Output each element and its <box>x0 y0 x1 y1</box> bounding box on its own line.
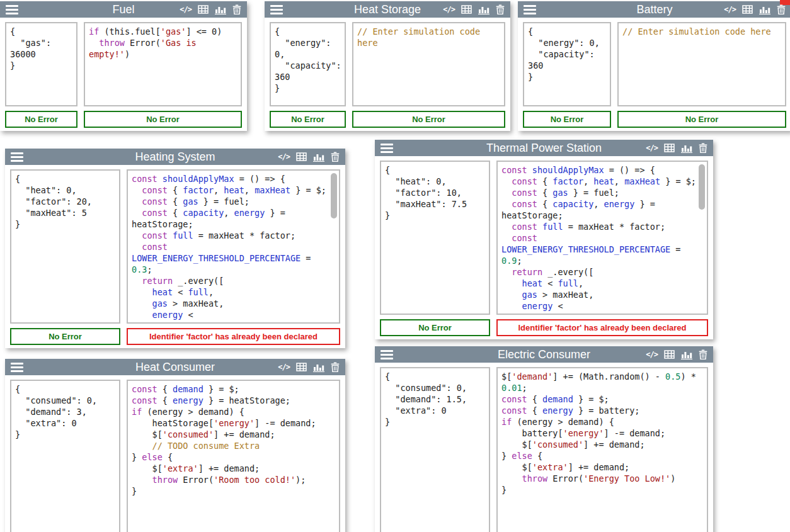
component-panel: Heat Consumer </> <box>5 359 345 532</box>
menu-icon[interactable] <box>270 5 283 14</box>
code-status-badge: No Error <box>84 111 242 128</box>
code-view-icon[interactable]: </> <box>278 363 290 371</box>
status-row: No Error Identifier 'factor' has already… <box>380 319 708 336</box>
code-view-icon[interactable]: </> <box>443 6 455 13</box>
code-editor-wrap: const { demand } = $;const { energy } = … <box>127 380 340 532</box>
code-editor[interactable]: // Enter simulation code here <box>617 22 786 106</box>
table-view-icon[interactable] <box>664 350 675 359</box>
table-view-icon[interactable] <box>664 144 675 152</box>
code-editor-wrap: $['demand'] += (Math.random() - 0.5) *0.… <box>496 367 708 532</box>
state-editor[interactable]: { "heat": 0, "factor": 10, "maxHeat": 7.… <box>380 161 490 315</box>
table-view-icon[interactable] <box>461 5 472 14</box>
chart-view-icon[interactable] <box>313 152 324 162</box>
code-editor-wrap: // Enter simulation codehere <box>352 22 505 106</box>
titlebar-actions: </> <box>646 143 707 153</box>
state-status-badge: No Error <box>5 111 77 128</box>
panel-titlebar: Fuel </> <box>0 1 247 18</box>
code-editor[interactable]: const shouldApplyMax = () => { const { f… <box>127 169 340 324</box>
titlebar-actions: </> <box>646 349 707 359</box>
panel-body: { "energy": 0, "capacity": 360 } // Ente… <box>270 22 505 106</box>
menu-icon[interactable] <box>381 144 393 153</box>
titlebar-actions: </> <box>278 362 340 372</box>
menu-icon[interactable] <box>11 152 23 162</box>
panel-titlebar: Thermal Power Station </> <box>375 140 713 156</box>
trash-icon[interactable] <box>496 4 505 14</box>
component-panel: Thermal Power Station </> <box>375 140 713 339</box>
trash-icon[interactable] <box>331 152 340 162</box>
code-editor[interactable]: if (this.fuel['gas'] <= 0) throw Error('… <box>84 22 242 106</box>
state-status-badge: No Error <box>270 111 346 128</box>
titlebar-actions: </> <box>180 4 241 14</box>
panel-titlebar: Heating System </> <box>5 149 345 165</box>
trash-icon[interactable] <box>699 143 707 153</box>
state-editor[interactable]: { "consumed": 0, "demand": 3, "extra": 0… <box>10 380 120 532</box>
menu-icon[interactable] <box>6 5 18 14</box>
chart-view-icon[interactable] <box>759 5 770 14</box>
panel-body: { "energy": 0, "capacity": 360 } // Ente… <box>523 22 786 106</box>
code-editor[interactable]: const { demand } = $;const { energy } = … <box>127 380 340 532</box>
code-editor-wrap: const shouldApplyMax = () => { const { f… <box>496 161 708 315</box>
status-row: No Error Identifier 'factor' has already… <box>10 328 340 345</box>
status-row: No Error No Error <box>5 111 242 128</box>
code-scrollbar-thumb[interactable] <box>699 164 705 210</box>
table-view-icon[interactable] <box>296 363 307 371</box>
table-view-icon[interactable] <box>296 152 307 161</box>
component-panel: Heating System </> <box>5 149 345 348</box>
table-view-icon[interactable] <box>198 5 209 14</box>
code-view-icon[interactable]: </> <box>180 6 192 13</box>
chart-view-icon[interactable] <box>313 363 324 372</box>
panel-titlebar: Battery </> <box>518 1 790 18</box>
chart-view-icon[interactable] <box>478 5 489 14</box>
status-row: No Error No Error <box>523 111 786 128</box>
panel-titlebar: Electric Consumer </> <box>375 346 713 363</box>
state-editor[interactable]: { "energy": 0, "capacity": 360 } <box>270 22 346 106</box>
component-panel: Electric Consumer </> <box>375 346 713 532</box>
component-panel: Fuel </> <box>0 1 247 131</box>
panel-body: { "consumed": 0, "demand": 3, "extra": 0… <box>10 380 340 532</box>
code-scrollbar-thumb[interactable] <box>331 173 337 218</box>
code-view-icon[interactable]: </> <box>646 144 658 152</box>
panel-body: { "heat": 0, "factor": 10, "maxHeat": 7.… <box>380 161 708 315</box>
state-editor[interactable]: { "energy": 0, "capacity": 360 } <box>523 22 611 106</box>
state-editor[interactable]: { "gas": 36000 } <box>5 22 77 106</box>
code-editor-wrap: const shouldApplyMax = () => { const { f… <box>127 169 340 324</box>
code-status-badge: Identifier 'factor' has already been dec… <box>496 319 708 336</box>
trash-icon[interactable] <box>232 4 241 14</box>
state-status-badge: No Error <box>380 319 490 336</box>
code-view-icon[interactable]: </> <box>724 6 736 13</box>
menu-icon[interactable] <box>11 363 23 372</box>
panel-body: { "heat": 0, "factor": 20, "maxHeat": 5 … <box>10 169 340 324</box>
trash-icon[interactable] <box>699 349 707 359</box>
chart-view-icon[interactable] <box>681 144 692 153</box>
status-row: No Error No Error <box>270 111 505 128</box>
state-editor[interactable]: { "heat": 0, "factor": 20, "maxHeat": 5 … <box>10 169 120 324</box>
chart-view-icon[interactable] <box>681 350 692 359</box>
menu-icon[interactable] <box>524 5 536 14</box>
code-view-icon[interactable]: </> <box>278 153 290 161</box>
component-panel: Battery </> <box>518 1 790 131</box>
code-editor-wrap: if (this.fuel['gas'] <= 0) throw Error('… <box>84 22 242 106</box>
table-view-icon[interactable] <box>742 5 753 14</box>
code-editor[interactable]: $['demand'] += (Math.random() - 0.5) *0.… <box>496 367 708 532</box>
code-editor[interactable]: // Enter simulation codehere <box>352 22 505 106</box>
state-editor[interactable]: { "consumed": 0, "demand": 1.5, "extra":… <box>380 367 490 532</box>
panel-body: { "gas": 36000 } if (this.fuel['gas'] <=… <box>5 22 242 106</box>
trash-icon[interactable] <box>777 4 786 14</box>
component-panel: Heat Storage </> <box>265 1 510 131</box>
code-status-badge: Identifier 'factor' has already been dec… <box>127 328 340 345</box>
panel-body: { "consumed": 0, "demand": 1.5, "extra":… <box>380 367 708 532</box>
state-status-badge: No Error <box>10 328 120 345</box>
titlebar-actions: </> <box>724 4 786 14</box>
code-editor-wrap: // Enter simulation code here <box>617 22 786 106</box>
code-status-badge: No Error <box>352 111 505 128</box>
trash-icon[interactable] <box>331 362 340 372</box>
chart-view-icon[interactable] <box>215 5 226 14</box>
panel-titlebar: Heat Consumer </> <box>5 359 345 375</box>
code-view-icon[interactable]: </> <box>646 351 658 358</box>
titlebar-actions: </> <box>278 152 340 162</box>
panel-titlebar: Heat Storage </> <box>265 1 510 18</box>
code-editor[interactable]: const shouldApplyMax = () => { const { f… <box>496 161 708 315</box>
menu-icon[interactable] <box>381 350 393 359</box>
code-status-badge: No Error <box>617 111 786 128</box>
state-status-badge: No Error <box>523 111 611 128</box>
